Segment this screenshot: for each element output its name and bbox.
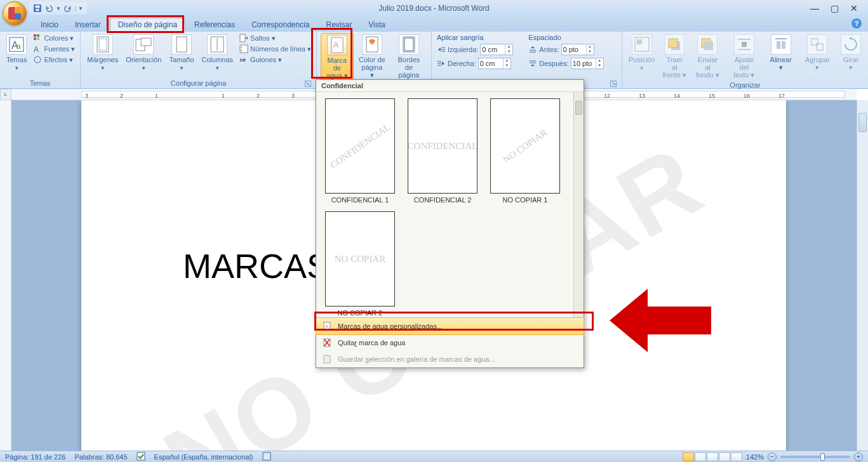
svg-point-11 — [34, 56, 41, 63]
svg-rect-15 — [141, 38, 151, 46]
fonts-icon: A — [33, 44, 42, 53]
qat-more-icon[interactable]: ▼ — [75, 6, 83, 11]
close-button[interactable]: ✕ — [850, 4, 858, 13]
status-words[interactable]: Palabras: 80.645 — [74, 453, 127, 461]
svg-rect-50 — [782, 41, 785, 49]
zoom-out-button[interactable]: − — [768, 452, 777, 461]
marca-de-agua-button[interactable]: AMarca de agua ▾ — [321, 33, 354, 81]
colors-icon — [33, 34, 42, 43]
sangria-izq-input[interactable]: 0 cm▲▼ — [480, 44, 513, 55]
minimize-button[interactable]: — — [810, 4, 819, 13]
save-icon[interactable] — [33, 4, 42, 13]
ajuste-texto-button[interactable]: Ajuste del texto ▾ — [726, 33, 762, 80]
gallery-item-no-copiar-2[interactable]: NO COPIAR NO COPIAR 2 — [323, 211, 397, 317]
status-page[interactable]: Página: 191 de 226 — [5, 453, 65, 461]
traer-frente-button[interactable]: Traer al frente ▾ — [660, 33, 689, 80]
zoom-level[interactable]: 142% — [746, 453, 764, 461]
saltos-button[interactable]: Saltos ▾ — [238, 33, 312, 43]
status-language[interactable]: Español (España, internacional) — [154, 453, 253, 461]
status-proofing-icon[interactable] — [137, 452, 145, 462]
vertical-scrollbar[interactable] — [857, 100, 868, 451]
enviar-fondo-button[interactable]: Enviar al fondo ▾ — [691, 33, 724, 80]
colores-button[interactable]: Colores ▾ — [32, 33, 76, 43]
margenes-button[interactable]: Márgenes▼ — [84, 33, 121, 74]
svg-rect-9 — [37, 37, 39, 40]
svg-text:bē: bē — [240, 57, 246, 63]
gallery-item-no-copiar-1[interactable]: NO COPIAR NO COPIAR 1 — [488, 98, 563, 204]
antes-input[interactable]: 0 pto▲▼ — [561, 44, 594, 55]
ribbon-tabs: Inicio Insertar Diseño de página Referen… — [0, 16, 868, 32]
view-web[interactable] — [707, 452, 718, 461]
columnas-button[interactable]: Columnas▼ — [199, 33, 236, 74]
tab-vista[interactable]: Vista — [361, 18, 392, 32]
tab-diseno-pagina[interactable]: Diseño de página — [110, 18, 185, 32]
sangria-der-input[interactable]: 0 cm▲▼ — [478, 58, 511, 69]
zoom-in-button[interactable]: + — [854, 452, 863, 461]
temas-button[interactable]: Aa Temas ▼ — [4, 33, 29, 74]
tab-referencias[interactable]: Referencias — [187, 18, 243, 32]
redo-icon[interactable] — [63, 4, 72, 13]
menu-custom-watermark[interactable]: A Marcas de agua personalizadas... — [316, 317, 584, 335]
quick-access-toolbar: ▼ ▼ — [29, 2, 87, 15]
bordes-pagina-button[interactable]: Bordes de página — [391, 33, 427, 80]
tab-correspondencia[interactable]: Correspondencia — [244, 18, 317, 32]
view-draft[interactable] — [731, 452, 742, 461]
configurar-launcher-icon[interactable]: ↘ — [305, 81, 311, 87]
zoom-slider[interactable] — [780, 456, 850, 458]
view-full-screen[interactable] — [695, 452, 706, 461]
fuentes-button[interactable]: AFuentes ▾ — [32, 44, 76, 54]
view-print-layout[interactable] — [683, 452, 694, 461]
svg-text:1: 1 — [155, 93, 158, 99]
svg-text:1: 1 — [222, 93, 225, 99]
espaciado-header: Espaciado — [527, 33, 604, 42]
group-title-temas: Temas — [4, 78, 76, 88]
despues-input[interactable]: 10 pto▲▼ — [571, 58, 604, 69]
svg-rect-1 — [36, 6, 40, 8]
menu-remove-watermark[interactable]: Quitar marca de agua — [316, 334, 584, 351]
gallery-scrollbar[interactable] — [573, 92, 584, 317]
agrupar-button[interactable]: Agrupar ▾ — [799, 33, 835, 72]
indent-left-icon — [437, 45, 446, 54]
tab-insertar[interactable]: Insertar — [67, 18, 109, 32]
svg-text:a: a — [17, 42, 21, 51]
menu-save-to-gallery: Guardar selección en galería de marcas d… — [316, 351, 584, 367]
ruler-corner[interactable]: L — [0, 89, 11, 100]
group-temas: Aa Temas ▼ Colores ▾ AFuentes ▾ Efectos … — [0, 32, 81, 88]
tab-revisar[interactable]: Revisar — [319, 18, 360, 32]
svg-rect-44 — [704, 41, 713, 50]
help-icon[interactable]: ? — [851, 18, 862, 29]
guiones-button[interactable]: bēGuiones ▾ — [238, 55, 312, 65]
parrafo-launcher-icon[interactable]: ↘ — [610, 81, 617, 87]
gallery-item-confidencial-2[interactable]: CONFIDENCIAL CONFIDENCIAL 2 — [405, 98, 480, 204]
tab-inicio[interactable]: Inicio — [33, 18, 66, 32]
undo-icon[interactable] — [44, 4, 53, 13]
effects-icon — [33, 55, 42, 64]
numeros-linea-button[interactable]: 12Números de línea ▾ — [238, 44, 312, 54]
svg-text:14: 14 — [674, 93, 680, 99]
line-numbers-icon: 12 — [239, 44, 248, 53]
svg-text:3: 3 — [291, 93, 295, 99]
orientacion-button[interactable]: Orientación▼ — [123, 33, 164, 74]
office-button[interactable] — [3, 1, 27, 25]
svg-text:16: 16 — [744, 93, 750, 99]
girar-button[interactable]: Girar ▾ — [838, 33, 864, 72]
status-macro-icon[interactable] — [262, 452, 271, 462]
posicion-button[interactable]: Posición▼ — [626, 33, 658, 74]
view-outline[interactable] — [719, 452, 730, 461]
gallery-item-confidencial-1[interactable]: CONFIDENCIAL CONFIDENCIAL 1 — [323, 98, 397, 204]
breaks-icon — [239, 34, 248, 43]
maximize-button[interactable]: ▢ — [831, 4, 839, 13]
efectos-button[interactable]: Efectos ▾ — [32, 55, 76, 65]
status-bar: Página: 191 de 226 Palabras: 80.645 Espa… — [0, 451, 868, 462]
alinear-button[interactable]: Alinear ▾ — [765, 33, 797, 72]
view-buttons — [683, 452, 742, 461]
tamano-button[interactable]: Tamaño▼ — [166, 33, 196, 74]
undo-arrow-icon[interactable]: ▼ — [56, 6, 61, 11]
svg-text:2: 2 — [120, 93, 123, 99]
vertical-ruler[interactable] — [0, 100, 11, 451]
color-pagina-button[interactable]: Color de página ▾ — [356, 33, 388, 80]
svg-rect-42 — [669, 39, 678, 48]
hyphenation-icon: bē — [239, 55, 248, 64]
svg-rect-7 — [37, 34, 39, 37]
custom-watermark-icon: A — [323, 321, 333, 331]
